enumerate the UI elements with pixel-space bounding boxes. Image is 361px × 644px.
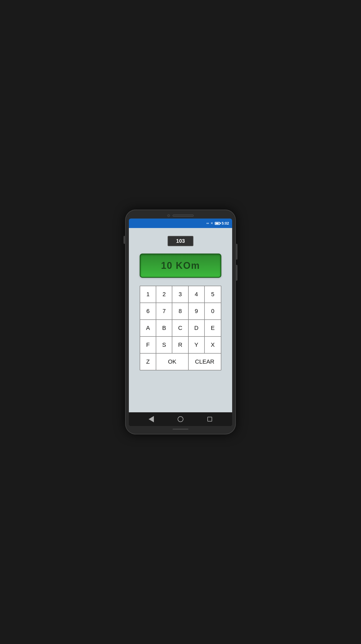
key-1[interactable]: 1: [140, 286, 156, 303]
nav-home-button[interactable]: [176, 414, 185, 424]
side-button-right2: [236, 265, 237, 281]
key-0[interactable]: 0: [205, 303, 221, 319]
side-button-left: [124, 236, 125, 244]
key-A[interactable]: A: [140, 320, 156, 336]
home-icon: [178, 416, 183, 422]
key-8[interactable]: 8: [172, 303, 188, 319]
nav-recents-button[interactable]: [205, 414, 214, 424]
recents-icon: [207, 417, 212, 422]
app-content: 103 10 KOm 1 2 3 4 5 6 7 8: [129, 228, 232, 412]
key-CLEAR[interactable]: CLEAR: [189, 354, 221, 370]
key-C[interactable]: C: [172, 320, 188, 336]
key-2[interactable]: 2: [156, 286, 172, 303]
display-screen: 10 KOm: [140, 254, 221, 278]
key-6[interactable]: 6: [140, 303, 156, 319]
key-7[interactable]: 7: [156, 303, 172, 319]
signal-icon: ⇔: [206, 221, 209, 225]
phone-top: [129, 214, 232, 217]
key-E[interactable]: E: [205, 320, 221, 336]
keypad-row-2: 6 7 8 9 0: [140, 303, 221, 320]
key-5[interactable]: 5: [205, 286, 221, 303]
phone-bottom: [129, 429, 232, 430]
key-X[interactable]: X: [205, 337, 221, 353]
keypad: 1 2 3 4 5 6 7 8 9 0 A B C: [140, 286, 221, 370]
key-Z[interactable]: Z: [140, 354, 156, 370]
side-button-right: [236, 244, 237, 260]
keypad-row-5: Z OK CLEAR: [140, 354, 221, 370]
keypad-row-3: A B C D E: [140, 320, 221, 337]
key-9[interactable]: 9: [189, 303, 205, 319]
key-S[interactable]: S: [156, 337, 172, 353]
battery-icon: [215, 222, 220, 225]
counter-badge: 103: [168, 236, 193, 246]
front-camera: [167, 214, 170, 217]
display-value: 10 KOm: [161, 260, 200, 271]
key-OK[interactable]: OK: [156, 354, 188, 370]
keypad-row-1: 1 2 3 4 5: [140, 286, 221, 303]
bottom-bar: [173, 429, 188, 430]
sim-icon: ✕: [211, 221, 213, 225]
back-icon: [149, 416, 154, 422]
key-3[interactable]: 3: [172, 286, 188, 303]
nav-back-button[interactable]: [147, 414, 156, 424]
key-4[interactable]: 4: [189, 286, 205, 303]
key-Y[interactable]: Y: [189, 337, 205, 353]
status-bar: ⇔ ✕ 5:02: [129, 219, 232, 228]
keypad-row-4: F S R Y X: [140, 337, 221, 354]
phone-frame: ⇔ ✕ 5:02 103 10 KOm 1 2 3 4: [125, 210, 236, 434]
screen: ⇔ ✕ 5:02 103 10 KOm 1 2 3 4: [129, 219, 232, 426]
key-B[interactable]: B: [156, 320, 172, 336]
key-R[interactable]: R: [172, 337, 188, 353]
status-icons: ⇔ ✕ 5:02: [206, 221, 229, 225]
speaker-grille: [173, 215, 194, 217]
key-D[interactable]: D: [189, 320, 205, 336]
key-F[interactable]: F: [140, 337, 156, 353]
nav-bar: [129, 412, 232, 426]
status-time: 5:02: [222, 221, 229, 225]
